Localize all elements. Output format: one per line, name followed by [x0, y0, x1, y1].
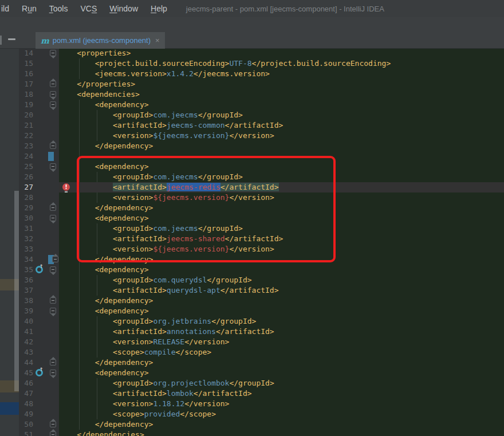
code-line-42[interactable]: <version>RELEASE</version> — [59, 337, 504, 347]
gutter-row: 25 — [19, 162, 59, 172]
code-token: </groupId> — [198, 224, 243, 233]
code-token: </version> — [229, 245, 274, 253]
code-line-32[interactable]: <artifactId>jeecms-shared</artifactId> — [59, 234, 504, 244]
code-line-34[interactable]: </dependency> — [59, 254, 504, 265]
indent-guide — [79, 409, 80, 419]
fold-marker-down[interactable] — [50, 266, 56, 273]
code-line-24[interactable] — [59, 151, 504, 162]
fold-marker-down[interactable] — [50, 215, 56, 221]
error-bulb-icon[interactable]: ! — [62, 183, 70, 191]
hide-tool-window-icon[interactable] — [8, 38, 15, 40]
menu-item-vcs[interactable]: VCS — [74, 4, 103, 13]
code-token: </version> — [229, 193, 274, 202]
code-line-49[interactable]: <scope>provided</scope> — [59, 409, 504, 419]
code-line-43[interactable]: <scope>compile</scope> — [59, 347, 504, 358]
fold-marker-up[interactable] — [50, 143, 56, 149]
code-line-39[interactable]: <dependency> — [59, 306, 504, 316]
menu-item-tools[interactable]: Tools — [43, 4, 74, 13]
gutter-row: 47 — [19, 388, 59, 399]
indent-guide — [79, 151, 80, 162]
code-line-19[interactable]: <dependency> — [59, 100, 504, 110]
code-line-47[interactable]: <artifactId>lombok</artifactId> — [59, 388, 504, 399]
indent-guide — [79, 368, 80, 378]
tab-close-icon[interactable]: × — [155, 36, 160, 45]
code-line-37[interactable]: <artifactId>querydsl-apt</artifactId> — [59, 285, 504, 296]
menu-item-ild[interactable]: ild — [0, 4, 15, 13]
code-line-30[interactable]: <dependency> — [59, 213, 504, 223]
indent-guide — [79, 358, 80, 368]
line-number: 22 — [24, 131, 33, 141]
code-token: </project.build.sourceEncoding> — [252, 59, 391, 68]
code-token — [59, 193, 113, 202]
gutter-row: 37 — [19, 285, 59, 296]
code-line-44[interactable]: </dependency> — [59, 358, 504, 368]
fold-marker-up[interactable] — [50, 359, 56, 366]
fold-marker-up[interactable] — [50, 421, 56, 427]
override-navigate-icon[interactable] — [36, 369, 43, 376]
menu-item-help[interactable]: Help — [144, 4, 174, 13]
code-line-14[interactable]: <properties> — [59, 49, 504, 58]
code-line-50[interactable]: </dependency> — [59, 419, 504, 430]
code-line-31[interactable]: <groupId>com.jeecms</groupId> — [59, 223, 504, 234]
code-line-15[interactable]: <project.build.sourceEncoding>UTF-8</pro… — [59, 58, 504, 69]
code-line-21[interactable]: <artifactId>jeecms-common</artifactId> — [59, 120, 504, 131]
code-line-51[interactable]: </dependencies> — [59, 430, 504, 436]
code-line-22[interactable]: <version>${jeecms.version}</version> — [59, 131, 504, 141]
code-line-17[interactable]: </properties> — [59, 79, 504, 89]
code-token: </scope> — [180, 410, 216, 418]
code-line-45[interactable]: <dependency> — [59, 368, 504, 378]
code-line-46[interactable]: <groupId>org.projectlombok</groupId> — [59, 378, 504, 388]
code-line-27[interactable]: <artifactId>jeecms-redis</artifactId> — [59, 182, 504, 193]
code-line-28[interactable]: <version>${jeecms.version}</version> — [59, 193, 504, 203]
code-line-26[interactable]: <groupId>com.jeecms</groupId> — [59, 172, 504, 182]
fold-marker-up[interactable] — [50, 81, 56, 87]
code-token — [59, 245, 113, 253]
fold-marker-down[interactable] — [50, 370, 56, 376]
code-token: annotations — [167, 327, 216, 336]
indent-guide — [97, 337, 97, 347]
code-line-41[interactable]: <artifactId>annotations</artifactId> — [59, 327, 504, 337]
code-line-33[interactable]: <version>${jeecms.version}</version> — [59, 244, 504, 254]
fold-marker-up[interactable] — [50, 431, 56, 436]
code-area[interactable]: <properties> <project.build.sourceEncodi… — [59, 49, 504, 436]
code-line-23[interactable]: </dependency> — [59, 141, 504, 151]
code-token: <groupId> — [113, 172, 153, 181]
gutter-row: 35 — [19, 265, 59, 275]
code-line-38[interactable]: </dependency> — [59, 296, 504, 306]
fold-marker-up[interactable] — [52, 256, 58, 262]
menu-item-run[interactable]: Run — [15, 4, 43, 13]
fold-marker-down[interactable] — [50, 50, 56, 56]
tab-pom-xml[interactable]: m pom.xml (jeecms-component) × — [36, 32, 165, 49]
fold-marker-down[interactable] — [50, 91, 56, 97]
scrollbar-thumb[interactable] — [14, 191, 19, 391]
code-token: compile — [144, 348, 176, 356]
maven-file-icon: m — [41, 36, 49, 45]
code-token: </groupId> — [198, 111, 243, 119]
menu-bar: ildRunToolsVCSWindowHelp jeecms-parent -… — [0, 0, 504, 17]
gutter-row: 30 — [19, 213, 59, 223]
fold-marker-up[interactable] — [50, 297, 56, 304]
vcs-change-marker[interactable] — [48, 152, 54, 161]
fold-marker-down[interactable] — [50, 163, 56, 170]
line-number: 14 — [24, 49, 33, 58]
code-line-29[interactable]: </dependency> — [59, 203, 504, 213]
code-token: </groupId> — [198, 172, 243, 181]
code-line-35[interactable]: <dependency> — [59, 265, 504, 275]
code-line-40[interactable]: <groupId>org.jetbrains</groupId> — [59, 316, 504, 327]
gutter-row: 28 — [19, 193, 59, 203]
fold-marker-up[interactable] — [50, 205, 56, 211]
fold-marker-down[interactable] — [50, 101, 56, 108]
gutter-row: 22 — [19, 131, 59, 141]
code-token: org.projectlombok — [153, 379, 229, 387]
code-line-25[interactable]: <dependency> — [59, 162, 504, 172]
code-line-18[interactable]: <dependencies> — [59, 89, 504, 100]
code-token: com.jeecms — [153, 111, 198, 119]
fold-marker-down[interactable] — [50, 308, 56, 314]
override-navigate-icon[interactable] — [36, 266, 43, 273]
code-token: </groupId> — [229, 379, 274, 387]
code-line-36[interactable]: <groupId>com.querydsl</groupId> — [59, 275, 504, 285]
menu-item-window[interactable]: Window — [103, 4, 144, 13]
code-line-48[interactable]: <version>1.18.12</version> — [59, 399, 504, 409]
code-line-20[interactable]: <groupId>com.jeecms</groupId> — [59, 110, 504, 120]
code-line-16[interactable]: <jeecms.version>x1.4.2</jeecms.version> — [59, 69, 504, 79]
